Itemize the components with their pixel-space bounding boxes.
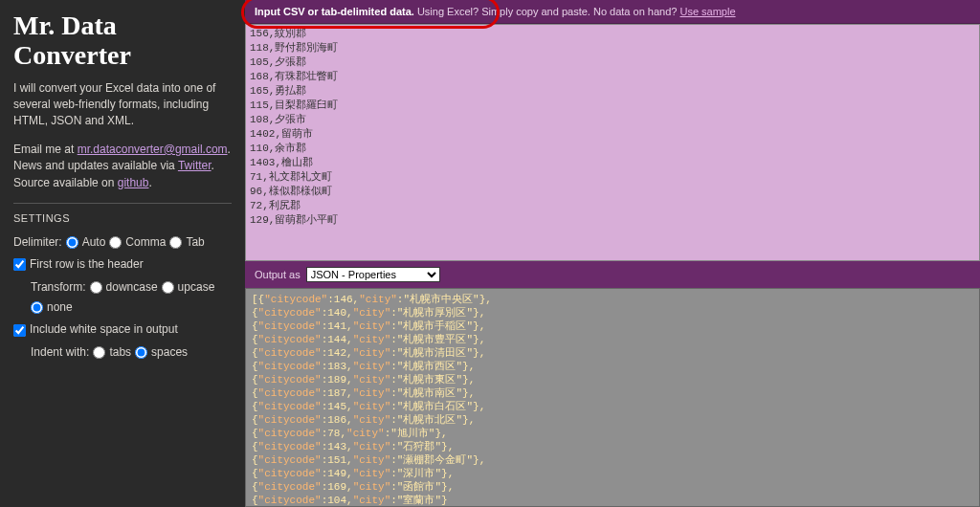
first-row-row: First row is the header [13, 256, 232, 273]
delimiter-auto-radio[interactable] [66, 236, 78, 249]
main-panel: Input CSV or tab-delimited data. Using E… [245, 0, 980, 507]
indent-tabs-radio[interactable] [93, 346, 105, 359]
input-bar-bold: Input CSV or tab-delimited data. [255, 6, 414, 17]
email-link[interactable]: mr.dataconverter@gmail.com [78, 143, 228, 156]
first-row-checkbox[interactable] [13, 258, 26, 271]
transform-up-radio[interactable] [162, 281, 174, 294]
links-para: Email me at mr.dataconverter@gmail.com. … [13, 142, 232, 191]
settings-header: SETTINGS [13, 211, 232, 227]
output-textarea[interactable]: [{"citycode":146,"city":"札幌市中央区"}, {"cit… [245, 288, 980, 507]
indent-row: Indent with: tabs spaces [13, 344, 232, 361]
intro-text: I will convert your Excel data into one … [13, 80, 232, 130]
output-as-label: Output as [255, 269, 301, 280]
delimiter-comma-radio[interactable] [109, 236, 122, 249]
indent-spaces-radio[interactable] [135, 346, 147, 359]
delimiter-tab-radio[interactable] [169, 236, 182, 249]
divider [13, 203, 232, 204]
output-bar: Output as JSON - Properties [245, 261, 980, 288]
indent-label: Indent with: [31, 344, 89, 361]
input-bar-text: Using Excel? Simply copy and paste. No d… [414, 6, 680, 17]
app-title: Mr. Data Converter [13, 11, 232, 71]
input-textarea[interactable] [245, 24, 980, 261]
whitespace-checkbox[interactable] [13, 324, 26, 337]
delimiter-label: Delimiter: [13, 234, 62, 251]
transform-down-radio[interactable] [90, 281, 102, 294]
output-format-select[interactable]: JSON - Properties [306, 267, 440, 282]
sidebar: Mr. Data Converter I will convert your E… [0, 0, 245, 507]
twitter-link[interactable]: Twitter [178, 159, 212, 172]
transform-label: Transform: [31, 279, 86, 296]
transform-row: Transform: downcase upcase none [13, 279, 232, 317]
transform-none-radio[interactable] [31, 301, 43, 314]
use-sample-link[interactable]: Use sample [679, 6, 735, 17]
input-bar: Input CSV or tab-delimited data. Using E… [245, 0, 980, 24]
github-link[interactable]: github [118, 176, 149, 189]
whitespace-row: Include white space in output [13, 321, 232, 338]
delimiter-row: Delimiter: Auto Comma Tab [13, 234, 232, 251]
